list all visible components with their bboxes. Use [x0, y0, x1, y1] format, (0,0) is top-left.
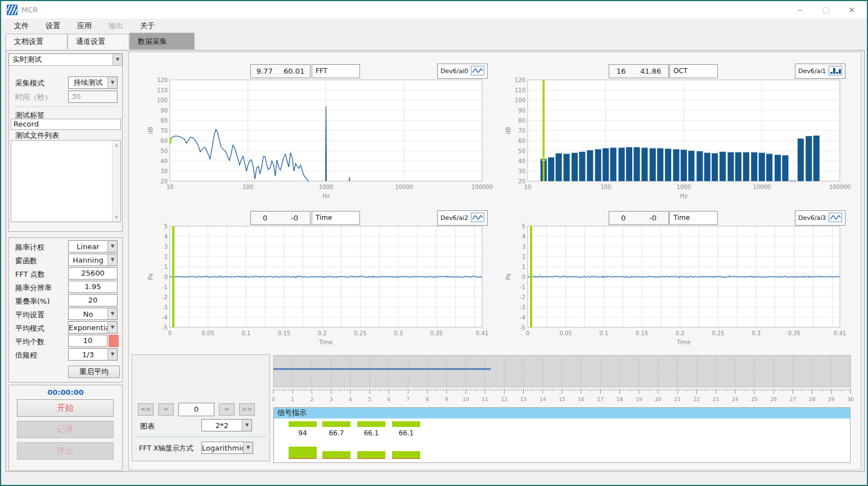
scroll-up-icon[interactable]: ▲	[113, 142, 120, 147]
menu-item-3[interactable]: 应用	[69, 19, 100, 33]
time2-channel-box[interactable]: Dev6/ai3	[795, 210, 845, 226]
chevron-down-icon[interactable]: ▼	[242, 420, 251, 431]
time1-channel-box[interactable]: Dev6/ai2	[437, 210, 488, 226]
first-button[interactable]: <<	[138, 403, 154, 416]
scroll-down-icon[interactable]: ▼	[113, 215, 120, 220]
svg-text:10: 10	[462, 397, 469, 402]
close-button[interactable]: ×	[839, 1, 865, 19]
setting-row: 平均模式Exponential▼	[9, 321, 122, 335]
fft-chart-plot[interactable]: 2030405060708090100110120101001000100001…	[146, 79, 484, 204]
svg-text:Time: Time	[318, 339, 332, 345]
setting-select[interactable]: Exponential▼	[68, 321, 118, 334]
time1-chart-plot[interactable]: -5-4-3-2-101234500.050.10.150.20.250.30.…	[146, 225, 484, 350]
acq-mode-label: 采集模式	[15, 78, 44, 88]
svg-text:100: 100	[515, 97, 525, 104]
record-timeline[interactable]: 0123456789101112131415161718192021222324…	[273, 356, 851, 405]
app-window: MCR – □ × 文件设置应用输出关于 文档设置通道设置数据采集 实时测试 ▼…	[0, 0, 868, 486]
svg-text:0.05: 0.05	[560, 330, 572, 336]
svg-text:120: 120	[157, 77, 168, 83]
signal-channel-4: 66.1	[392, 418, 420, 462]
chevron-down-icon[interactable]: ▼	[113, 54, 122, 65]
svg-text:10: 10	[524, 184, 532, 190]
start-button[interactable]: 开始	[17, 399, 114, 417]
svg-text:23: 23	[713, 397, 719, 402]
next-button[interactable]: >	[219, 403, 235, 416]
signal-status-bar	[392, 421, 420, 427]
fft-name-box[interactable]: FFT	[312, 64, 360, 78]
oct-channel-box[interactable]: Dev6/ai1	[795, 64, 845, 79]
setting-label: 频率分辨率	[15, 283, 52, 293]
duration-input[interactable]: 30	[68, 91, 118, 103]
menu-bar: 文件设置应用输出关于	[1, 19, 867, 33]
stop-button[interactable]: 停止	[17, 442, 114, 460]
chevron-down-icon[interactable]: ▼	[107, 241, 117, 252]
time2-chart-plot[interactable]: -5-4-3-2-101234500.050.10.150.20.250.30.…	[504, 225, 842, 350]
chevron-down-icon[interactable]: ▼	[107, 322, 117, 333]
last-button[interactable]: >>	[239, 403, 255, 416]
tab-2[interactable]: 通道设置	[68, 34, 129, 50]
oct-chart-plot[interactable]: 2030405060708090100110120101001000100001…	[504, 79, 842, 204]
svg-text:5: 5	[164, 223, 168, 230]
chevron-down-icon[interactable]: ▼	[243, 442, 253, 453]
chevron-down-icon[interactable]: ▼	[107, 308, 117, 320]
svg-text:0.25: 0.25	[712, 330, 724, 336]
svg-text:50: 50	[160, 148, 168, 154]
record-button[interactable]: 记录	[17, 421, 114, 438]
svg-text:Pa: Pa	[147, 273, 154, 280]
setting-input[interactable]: 1.95	[68, 281, 118, 293]
svg-text:10000: 10000	[753, 184, 771, 190]
chevron-down-icon[interactable]: ▼	[107, 349, 117, 360]
svg-text:100: 100	[157, 97, 168, 104]
signal-level-meter	[322, 451, 350, 459]
cursor-y-value: 60.01	[284, 67, 304, 75]
position-display[interactable]: 0	[178, 403, 214, 416]
tab-1[interactable]: 文档设置	[6, 34, 68, 50]
menu-item-2[interactable]: 设置	[37, 19, 69, 33]
svg-text:0.15: 0.15	[278, 330, 290, 336]
svg-text:26: 26	[770, 397, 777, 402]
maximize-button[interactable]: □	[813, 1, 839, 19]
setting-input[interactable]: 25600	[68, 267, 118, 280]
chevron-down-icon[interactable]: ▼	[107, 77, 117, 88]
scrollbar[interactable]: ▲ ▼	[112, 141, 120, 222]
time1-cursor-readout: 0 -0	[250, 211, 311, 225]
setting-select[interactable]: Linear▼	[68, 240, 118, 253]
signal-channel-3: 66.1	[357, 418, 385, 462]
svg-text:9: 9	[445, 397, 448, 402]
chevron-down-icon[interactable]: ▼	[107, 254, 117, 266]
fft-xaxis-select[interactable]: Logarithmic ▼	[201, 442, 253, 454]
menu-item-1[interactable]: 文件	[6, 19, 37, 33]
setting-select[interactable]: 1/3▼	[68, 348, 118, 361]
menu-item-5[interactable]: 关于	[132, 19, 163, 33]
time2-name-box[interactable]: Time	[669, 211, 718, 225]
test-file-list[interactable]: ▲ ▼	[11, 140, 121, 222]
tab-3[interactable]: 数据采集	[129, 33, 195, 50]
file-list-caption: 测试文件列表	[15, 130, 59, 141]
chart-layout-select[interactable]: 2*2 ▼	[201, 419, 252, 431]
fft-channel-box[interactable]: Dev6/ai0	[437, 64, 488, 79]
restart-average-button[interactable]: 重启平均	[68, 366, 120, 378]
svg-text:5: 5	[522, 223, 525, 230]
setting-row: FFT 点数25600	[9, 267, 122, 281]
svg-text:3: 3	[164, 244, 168, 250]
acq-mode-select[interactable]: 持续测试 ▼	[68, 76, 118, 89]
signal-channel-1: 94	[289, 418, 317, 462]
setting-input[interactable]: 10	[68, 335, 107, 347]
time1-name-box[interactable]: Time	[312, 211, 360, 225]
setting-select[interactable]: No▼	[68, 308, 118, 320]
prev-button[interactable]: <	[158, 403, 174, 416]
channel-label: Dev6/ai1	[798, 68, 826, 75]
test-mode-value: 实时测试	[9, 55, 113, 65]
test-mode-select[interactable]: 实时测试 ▼	[8, 53, 123, 66]
minimize-button[interactable]: –	[787, 1, 813, 19]
cursor-x-value: 16	[617, 67, 626, 75]
svg-text:60: 60	[518, 138, 525, 144]
setting-select[interactable]: Hanning▼	[68, 254, 118, 266]
oct-name-box[interactable]: OCT	[669, 64, 718, 78]
svg-text:Hz: Hz	[322, 193, 330, 199]
svg-text:0.35: 0.35	[788, 330, 800, 336]
setting-input[interactable]: 20	[68, 294, 118, 307]
line-chart-icon	[471, 213, 484, 224]
setting-value: 1/3	[69, 350, 107, 359]
test-label-input[interactable]: Record	[11, 119, 121, 130]
